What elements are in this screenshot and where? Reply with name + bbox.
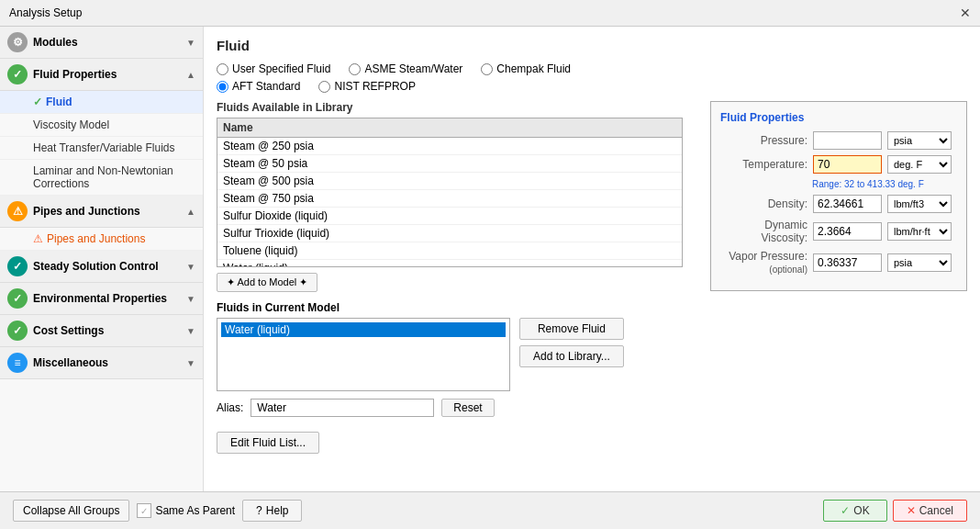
fluids-section: Fluids Available in Library Name Steam @…	[217, 101, 967, 454]
library-list[interactable]: Steam @ 250 psia Steam @ 50 psia Steam @…	[217, 138, 682, 266]
window-title: Analysis Setup	[9, 6, 82, 19]
radio-aft-standard[interactable]: AFT Standard	[217, 80, 300, 93]
sidebar-group-steady-solution[interactable]: ✓ Steady Solution Control ▼	[0, 251, 203, 283]
vapor-pressure-input[interactable]	[813, 253, 882, 272]
list-item[interactable]: Steam @ 750 psia	[217, 190, 682, 208]
close-button[interactable]: ✕	[960, 6, 971, 20]
steady-solution-icon: ✓	[7, 256, 28, 276]
fluids-current-label: Fluids in Current Model	[217, 301, 683, 314]
environmental-icon: ✓	[7, 288, 28, 309]
sidebar-steady-solution-label: Steady Solution Control	[33, 260, 181, 273]
list-item[interactable]: Water (liquid)	[217, 260, 682, 266]
sidebar-environmental-label: Environmental Properties	[33, 292, 181, 305]
pressure-input[interactable]	[813, 131, 882, 150]
fluids-library-section: Fluids Available in Library Name Steam @…	[217, 101, 683, 454]
fluids-current-section: Fluids in Current Model Water (liquid) R…	[217, 301, 683, 391]
list-item[interactable]: Toluene (liquid)	[217, 242, 682, 260]
current-fluid-list[interactable]: Water (liquid)	[217, 318, 510, 391]
cost-settings-icon: ✓	[7, 321, 28, 341]
sidebar-item-heat-transfer[interactable]: Heat Transfer/Variable Fluids	[0, 137, 203, 160]
cancel-button[interactable]: ✕ Cancel	[893, 500, 967, 522]
radio-chempak-input[interactable]	[481, 63, 493, 75]
bottom-right: ✓ OK ✕ Cancel	[823, 500, 967, 522]
temperature-input[interactable]	[813, 155, 882, 174]
temperature-label: Temperature:	[720, 158, 807, 171]
radio-row-2: AFT Standard NIST REFPROP	[217, 80, 967, 93]
edit-fluid-list-button[interactable]: Edit Fluid List...	[217, 432, 319, 454]
help-button[interactable]: ? Help	[242, 500, 302, 522]
temperature-row: Temperature: deg. F	[720, 155, 957, 174]
edit-fluid-btn-wrapper: Edit Fluid List...	[217, 424, 683, 454]
list-item[interactable]: Steam @ 50 psia	[217, 155, 682, 173]
dynamic-viscosity-input[interactable]	[813, 222, 882, 241]
temperature-unit-select[interactable]: deg. F	[887, 155, 952, 174]
alias-label: Alias:	[217, 401, 243, 414]
density-unit-select[interactable]: lbm/ft3	[887, 195, 952, 213]
dynamic-viscosity-unit-select[interactable]: lbm/hr·ft	[887, 222, 952, 241]
sidebar-group-miscellaneous[interactable]: ≡ Miscellaneous ▼	[0, 347, 203, 379]
reset-button[interactable]: Reset	[441, 399, 494, 417]
fluid-properties-panel: Fluid Properties Pressure: psia Temperat…	[710, 101, 967, 291]
radio-row-1: User Specified Fluid ASME Steam/Water Ch…	[217, 62, 967, 75]
collapse-all-groups-button[interactable]: Collapse All Groups	[13, 500, 129, 522]
title-bar: Analysis Setup ✕	[0, 0, 980, 27]
fluid-properties-chevron: ▲	[186, 70, 195, 80]
radio-asme-steam-label: ASME Steam/Water	[364, 62, 462, 75]
list-item[interactable]: Steam @ 500 psia	[217, 173, 682, 190]
alias-input[interactable]	[251, 399, 434, 417]
add-to-model-row: ✦ Add to Model ✦	[217, 273, 683, 292]
radio-asme-steam[interactable]: ASME Steam/Water	[349, 62, 462, 75]
radio-user-specified-label: User Specified Fluid	[232, 62, 330, 75]
sidebar-heat-transfer-label: Heat Transfer/Variable Fluids	[33, 141, 175, 154]
list-item[interactable]: Sulfur Trioxide (liquid)	[217, 225, 682, 242]
radio-chempak[interactable]: Chempak Fluid	[481, 62, 571, 75]
sidebar-item-laminar[interactable]: Laminar and Non-Newtonian Corrections	[0, 160, 203, 196]
miscellaneous-chevron: ▼	[186, 358, 195, 368]
pressure-unit-select[interactable]: psia	[887, 131, 952, 150]
same-as-parent-checkbox[interactable]: ✓	[137, 503, 151, 518]
fluids-library-label: Fluids Available in Library	[217, 101, 683, 114]
current-fluid-item[interactable]: Water (liquid)	[221, 322, 506, 337]
radio-nist-refprop-label: NIST REFPROP	[334, 80, 415, 93]
list-item[interactable]: Sulfur Dioxide (liquid)	[217, 208, 682, 225]
sidebar-item-viscosity[interactable]: Viscosity Model	[0, 114, 203, 137]
page-title: Fluid	[217, 38, 967, 53]
remove-fluid-button[interactable]: Remove Fluid	[519, 318, 624, 340]
sidebar-group-modules[interactable]: ⚙ Modules ▼	[0, 27, 203, 59]
sidebar-pipes-junctions-label: Pipes and Junctions	[33, 205, 181, 218]
sidebar-item-pipes-junctions-sub[interactable]: ⚠ Pipes and Junctions	[0, 228, 203, 251]
modules-chevron: ▼	[186, 38, 195, 48]
radio-aft-standard-label: AFT Standard	[232, 80, 300, 93]
dynamic-viscosity-label: Dynamic Viscosity:	[720, 219, 807, 244]
steady-solution-chevron: ▼	[186, 262, 195, 272]
list-item[interactable]: Steam @ 250 psia	[217, 138, 682, 155]
cost-settings-chevron: ▼	[186, 326, 195, 336]
fluid-properties-icon: ✓	[7, 64, 28, 84]
sidebar-viscosity-label: Viscosity Model	[33, 118, 109, 131]
vapor-pressure-unit-select[interactable]: psia	[887, 253, 952, 272]
radio-nist-refprop[interactable]: NIST REFPROP	[318, 80, 415, 93]
sidebar-group-fluid-properties[interactable]: ✓ Fluid Properties ▲	[0, 59, 203, 91]
current-fluids-area: Water (liquid) Remove Fluid Add to Libra…	[217, 318, 683, 391]
sidebar-item-fluid[interactable]: ✓ Fluid	[0, 91, 203, 114]
sidebar-group-environmental[interactable]: ✓ Environmental Properties ▼	[0, 283, 203, 315]
add-to-library-button[interactable]: Add to Library...	[519, 345, 624, 367]
library-table: Name Steam @ 250 psia Steam @ 50 psia St…	[217, 118, 683, 267]
same-as-parent-section: ✓ Same As Parent	[137, 503, 235, 518]
sidebar-fluid-properties-label: Fluid Properties	[33, 68, 181, 81]
density-row: Density: lbm/ft3	[720, 195, 957, 213]
same-as-parent-label: Same As Parent	[155, 504, 235, 517]
ok-label: OK	[853, 504, 869, 517]
radio-aft-standard-input[interactable]	[217, 81, 228, 93]
ok-button[interactable]: ✓ OK	[823, 500, 886, 522]
help-label: Help	[266, 504, 289, 517]
density-input[interactable]	[813, 195, 882, 213]
radio-nist-refprop-input[interactable]	[318, 81, 330, 93]
sidebar-group-pipes-junctions[interactable]: ⚠ Pipes and Junctions ▲	[0, 196, 203, 228]
radio-user-specified[interactable]: User Specified Fluid	[217, 62, 330, 75]
radio-user-specified-input[interactable]	[217, 63, 228, 75]
add-to-model-button[interactable]: ✦ Add to Model ✦	[217, 273, 317, 292]
radio-asme-steam-input[interactable]	[349, 63, 361, 75]
sidebar-group-cost-settings[interactable]: ✓ Cost Settings ▼	[0, 315, 203, 347]
miscellaneous-icon: ≡	[7, 353, 28, 373]
